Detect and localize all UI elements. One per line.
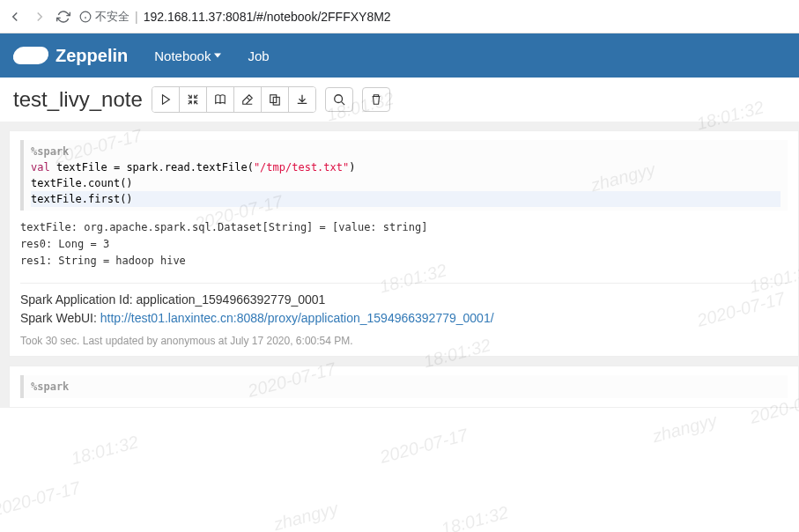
address-bar[interactable]: 不安全 | 192.168.11.37:8081/#/notebook/2FFF… [79,9,792,25]
spark-appid-label: Spark Application Id: [20,292,137,307]
spark-app-id-line: Spark Application Id: application_159496… [20,291,788,309]
note-title[interactable]: test_livy_note [13,87,143,112]
output-line: res1: String = hadoop hive [20,253,788,270]
directive: %spark [31,381,69,393]
watermark: 2020-07-17 [378,425,470,468]
paragraph: %spark val textFile = spark.read.textFil… [9,130,799,357]
search-icon [333,93,345,106]
play-icon [159,93,172,106]
output-block: textFile: org.apache.spark.sql.Dataset[S… [20,219,788,270]
code-line: textFile.first() [31,191,781,207]
code-line: val textFile = spark.read.textFile("/tmp… [31,159,781,175]
clear-output-button[interactable] [234,87,262,112]
app-navbar: Zeppelin Notebook Job [0,33,799,78]
notebook-body: %spark val textFile = spark.read.textFil… [0,122,799,408]
run-all-button[interactable] [152,87,180,112]
book-icon [214,93,226,106]
eraser-icon [241,93,254,106]
info-icon [79,11,92,23]
forward-icon[interactable] [32,9,48,25]
code-editor[interactable]: %spark val textFile = spark.read.textFil… [20,140,788,211]
spark-webui-line: Spark WebUI: http://test01.lanxintec.cn:… [20,309,788,328]
execution-time: Took 30 sec. Last updated by anonymous a… [20,335,788,347]
zeppelin-logo-icon [11,47,50,64]
spark-webui-link[interactable]: http://test01.lanxintec.cn:8088/proxy/ap… [100,311,494,325]
show-hide-code-button[interactable] [180,87,207,112]
compress-icon [187,93,199,106]
nav-job-label: Job [248,48,269,63]
back-icon[interactable] [7,9,23,25]
note-header: test_livy_note [0,78,799,122]
watermark: 18:01:32 [69,432,140,469]
caret-down-icon [214,52,221,59]
clone-note-button[interactable] [262,87,289,112]
browser-toolbar: 不安全 | 192.168.11.37:8081/#/notebook/2FFF… [0,0,799,33]
code-editor[interactable]: %spark [20,375,788,398]
trash-icon [370,93,382,106]
watermark: zhangyy [650,410,719,447]
watermark: zhangyy [271,499,340,532]
spark-appid-value: application_1594966392779_0001 [137,292,326,307]
directive: %spark [31,145,69,158]
code-line: %spark [31,144,781,159]
show-hide-output-button[interactable] [207,87,234,112]
spark-webui-label: Spark WebUI: [20,311,100,325]
export-note-button[interactable] [289,87,315,112]
brand[interactable]: Zeppelin [13,46,128,66]
reload-icon[interactable] [56,10,70,24]
insecure-label: 不安全 [95,9,129,25]
search-code-button[interactable] [325,87,353,112]
insecure-badge: 不安全 [79,9,129,25]
note-action-group [152,86,316,113]
download-icon [296,93,308,106]
brand-label: Zeppelin [55,46,128,66]
address-separator: | [135,10,138,24]
code-line: textFile.count() [31,175,781,191]
divider [20,283,788,284]
code-line: %spark [31,379,781,395]
nav-job[interactable]: Job [248,48,269,63]
output-line: textFile: org.apache.spark.sql.Dataset[S… [20,219,788,236]
watermark: 18:01:32 [439,502,510,532]
delete-note-button[interactable] [362,87,390,112]
copy-icon [269,93,281,106]
output-line: res0: Long = 3 [20,236,788,253]
nav-notebook[interactable]: Notebook [154,48,221,63]
paragraph: %spark [9,366,799,408]
spark-info: Spark Application Id: application_159496… [20,291,788,328]
url-text: 192.168.11.37:8081/#/notebook/2FFFXY8M2 [144,10,391,24]
watermark: 2020-07-17 [0,477,83,521]
svg-point-5 [335,95,343,103]
nav-notebook-label: Notebook [154,48,211,63]
